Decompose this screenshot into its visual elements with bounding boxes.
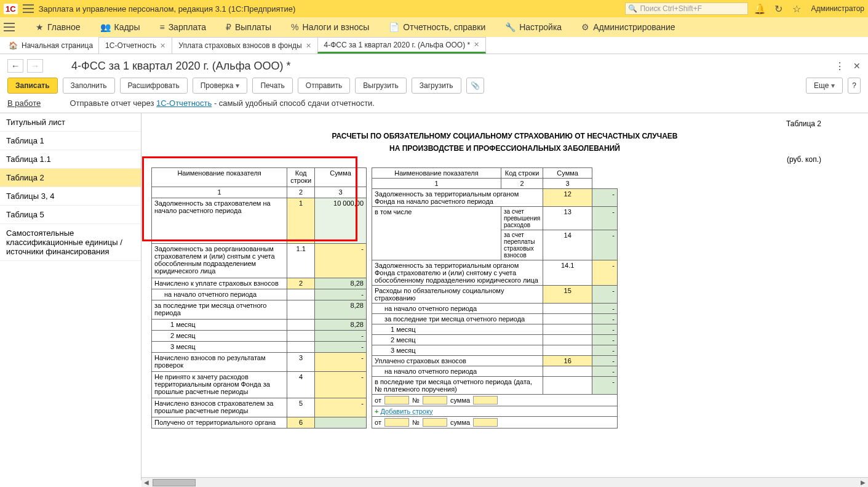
pay-sum[interactable] [473, 396, 498, 404]
print-button[interactable]: Печать [252, 78, 292, 94]
pay-no[interactable] [423, 396, 447, 404]
menu-icon[interactable] [23, 3, 34, 14]
sections-icon[interactable] [4, 22, 15, 33]
col-name: Наименование показателя [152, 168, 287, 187]
title-bar: 1C Зарплата и управление персоналом, ред… [0, 0, 868, 17]
star-icon[interactable]: ☆ [790, 3, 803, 15]
row-sum[interactable]: - [592, 345, 618, 356]
mainmenu-Кадры[interactable]: 👥Кадры [97, 20, 144, 34]
nav-forward-button[interactable]: → [27, 59, 43, 73]
sidebar-item-6[interactable]: Самостоятельные классификационные единиц… [0, 224, 141, 261]
row-name: 3 месяц [372, 345, 543, 356]
mainmenu-Налоги и взносы[interactable]: %Налоги и взносы [287, 20, 373, 34]
row-code: 1 [287, 198, 315, 243]
tab-1С-Отчетность[interactable]: 1С-Отчетность✕ [98, 37, 172, 54]
row-name: 2 месяц [152, 330, 287, 341]
row-sum[interactable]: - [315, 341, 367, 352]
row-code [287, 341, 315, 352]
link-1c-reporting[interactable]: 1С-Отчетность [156, 99, 212, 108]
row-sum[interactable]: - [315, 352, 367, 371]
tab-Уплата страховых взносов в фонды[interactable]: Уплата страховых взносов в фонды✕ [172, 37, 317, 54]
attach-button[interactable]: 📎 [466, 78, 484, 94]
horizontal-scrollbar[interactable]: ◀▶ [141, 477, 868, 487]
row-sum[interactable]: - [592, 366, 618, 377]
mainmenu-Зарплата[interactable]: ≡Зарплата [156, 20, 209, 34]
sidebar-item-2[interactable]: Таблица 1.1 [0, 150, 141, 169]
currency-unit: (руб. коп.) [151, 155, 821, 164]
row-sum[interactable]: - [592, 356, 618, 366]
pay-date[interactable] [384, 396, 409, 404]
document-title: 4-ФСС за 1 квартал 2020 г. (Альфа ООО) * [71, 60, 291, 73]
home-icon: 🏠 [9, 41, 18, 50]
sidebar-item-0[interactable]: Титульный лист [0, 113, 141, 132]
mainmenu-Настройка[interactable]: 🔧Настройка [501, 20, 565, 34]
fill-button[interactable]: Заполнить [63, 78, 115, 94]
add-row-link[interactable]: Добавить строку [381, 408, 433, 415]
sidebar-item-1[interactable]: Таблица 1 [0, 132, 141, 150]
row-sum[interactable]: - [592, 189, 618, 207]
bell-icon[interactable]: 🔔 [753, 3, 766, 15]
row-code [543, 304, 592, 314]
row-sum[interactable]: - [315, 371, 367, 398]
save-button[interactable]: Записать [7, 78, 58, 94]
mainmenu-Главное[interactable]: ★Главное [32, 20, 84, 34]
help-button[interactable]: ? [848, 78, 861, 94]
row-name: Расходы по обязательному социальному стр… [372, 286, 543, 304]
row-sum[interactable]: - [592, 286, 618, 304]
main-menu: ★Главное👥Кадры≡Зарплата₽Выплаты%Налоги и… [0, 17, 868, 37]
search-input[interactable]: 🔍 Поиск Ctrl+Shift+F [625, 2, 748, 15]
row-name: Начислено к уплате страховых взносов [152, 278, 287, 289]
row-sum[interactable] [315, 417, 367, 428]
nav-back-button[interactable]: ← [7, 59, 23, 73]
row-code [543, 345, 592, 356]
sidebar-item-5[interactable]: Таблица 5 [0, 206, 141, 224]
plus-icon[interactable]: + [375, 408, 378, 415]
main-body: Титульный листТаблица 1Таблица 1.1Таблиц… [0, 113, 868, 480]
sidebar: Титульный листТаблица 1Таблица 1.1Таблиц… [0, 113, 141, 480]
row-sum[interactable]: - [315, 398, 367, 417]
tab-Начальная страница[interactable]: 🏠Начальная страница [2, 37, 99, 54]
row-split: за счет превышения расходов [501, 207, 543, 230]
current-user[interactable]: Администратор [811, 4, 864, 13]
document-tabs: 🏠Начальная страница1С-Отчетность✕Уплата … [0, 37, 868, 54]
row-name: Получено от территориального органа [152, 417, 287, 428]
row-sum[interactable]: - [315, 330, 367, 341]
row-name: в том числе [372, 207, 501, 260]
mainmenu-Администрирование[interactable]: ⚙Администрирование [578, 20, 679, 34]
more-button[interactable]: Еще [806, 78, 843, 94]
row-sum[interactable]: - [592, 260, 618, 286]
row-code: 1.1 [287, 243, 315, 278]
row-sum[interactable]: - [315, 289, 367, 300]
row-sum[interactable]: 8,28 [315, 278, 367, 289]
status-inwork[interactable]: В работе [7, 99, 41, 108]
send-button[interactable]: Отправить [298, 78, 351, 94]
row-sum[interactable]: - [592, 335, 618, 345]
unload-button[interactable]: Выгрузить [355, 78, 407, 94]
menu-icon: 👥 [100, 22, 111, 32]
close-icon[interactable]: ✕ [160, 42, 165, 50]
close-icon[interactable]: ✕ [474, 41, 479, 49]
row-split: за счет переплаты страховых взносов [501, 230, 543, 260]
row-sum[interactable]: - [315, 243, 367, 278]
more-actions-icon[interactable]: ⋮ [835, 60, 845, 72]
row-code [543, 366, 592, 377]
close-icon[interactable]: ✕ [306, 42, 311, 50]
row-sum[interactable]: - [592, 304, 618, 314]
decode-button[interactable]: Расшифровать [120, 78, 188, 94]
mainmenu-Отчетность, справки[interactable]: 📄Отчетность, справки [385, 20, 489, 34]
history-icon[interactable]: ↻ [771, 3, 785, 15]
mainmenu-Выплаты[interactable]: ₽Выплаты [222, 20, 275, 34]
row-name: Начислено взносов по результатам проверо… [152, 352, 287, 371]
close-document-icon[interactable]: ✕ [853, 61, 861, 71]
row-sum[interactable]: - [592, 314, 618, 324]
row-name: 1 месяц [372, 324, 543, 335]
row-sum[interactable]: 10 000,00 [315, 198, 367, 243]
row-sum[interactable]: - [592, 324, 618, 335]
sidebar-item-3[interactable]: Таблица 2 [0, 169, 141, 187]
row-sum[interactable]: 8,28 [315, 319, 367, 330]
load-button[interactable]: Загрузить [412, 78, 461, 94]
check-button[interactable]: Проверка [193, 78, 248, 94]
sidebar-item-4[interactable]: Таблицы 3, 4 [0, 187, 141, 206]
row-sum[interactable]: 8,28 [315, 300, 367, 320]
tab-4-ФСС за 1 квартал 2020 г. (Альфа ООО) *[interactable]: 4-ФСС за 1 квартал 2020 г. (Альфа ООО) *… [317, 37, 487, 54]
